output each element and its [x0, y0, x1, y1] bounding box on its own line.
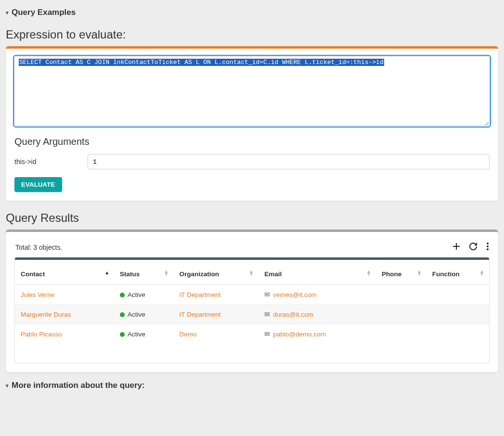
phone-cell — [376, 305, 426, 324]
status-cell: Active — [114, 305, 173, 324]
query-examples-title: Query Examples — [12, 8, 76, 17]
argument-row: this->id — [14, 154, 490, 169]
expression-title: Expression to evaluate: — [6, 28, 498, 41]
results-table-panel: Contact ▲ Status ▲▼ Organization ▲▼ Em — [14, 257, 490, 363]
more-info-title: More information about the query: — [12, 381, 145, 390]
organization-link[interactable]: IT Department — [179, 291, 220, 298]
svg-point-2 — [487, 248, 489, 250]
results-total: Total: 3 objects. — [15, 244, 62, 251]
caret-down-icon: ▾ — [6, 10, 9, 16]
col-contact-label: Contact — [21, 270, 45, 278]
argument-label: this->id — [14, 158, 82, 166]
more-icon[interactable] — [487, 243, 489, 252]
phone-cell — [376, 324, 426, 344]
organization-link[interactable]: Demo — [179, 331, 196, 338]
argument-input[interactable] — [88, 154, 490, 169]
svg-point-1 — [487, 245, 489, 247]
col-status-label: Status — [120, 270, 140, 278]
function-cell — [426, 324, 489, 344]
col-function-label: Function — [432, 270, 460, 278]
function-cell — [426, 305, 489, 324]
results-toolbar: Total: 3 objects. — [14, 240, 490, 257]
email-icon: ✉ — [264, 291, 270, 298]
email-link[interactable]: vernes@it.com — [273, 291, 316, 298]
sort-icon: ▲▼ — [164, 270, 169, 276]
table-row: Pablo PicassoActiveDemo✉pablo@demo.com — [15, 324, 489, 344]
email-link[interactable]: duras@it.com — [273, 311, 313, 318]
results-table-footer — [15, 344, 489, 363]
results-table: Contact ▲ Status ▲▼ Organization ▲▼ Em — [15, 260, 489, 344]
function-cell — [426, 285, 489, 305]
more-info-toggle[interactable]: ▾ More information about the query: — [6, 381, 498, 390]
status-cell: Active — [114, 324, 173, 344]
col-contact[interactable]: Contact ▲ — [15, 260, 114, 285]
sort-icon: ▲▼ — [479, 270, 484, 276]
status-dot-icon — [120, 293, 125, 297]
svg-point-0 — [487, 243, 489, 244]
col-phone[interactable]: Phone ▲▼ — [376, 260, 426, 285]
col-organization[interactable]: Organization ▲▼ — [173, 260, 258, 285]
query-arguments-title: Query Arguments — [14, 136, 490, 147]
evaluate-button[interactable]: EVALUATE — [14, 177, 62, 192]
add-icon[interactable] — [453, 243, 460, 252]
sort-icon: ▲▼ — [366, 270, 371, 276]
expression-panel: SELECT Contact AS C JOIN lnkContactToTic… — [6, 46, 498, 201]
status-cell: Active — [114, 285, 173, 305]
table-row: Marguerite DurasActiveIT Department✉dura… — [15, 305, 489, 324]
col-status[interactable]: Status ▲▼ — [114, 260, 173, 285]
table-row: Jules VerneActiveIT Department✉vernes@it… — [15, 285, 489, 305]
sort-icon: ▲ — [104, 271, 109, 274]
query-examples-toggle[interactable]: ▾ Query Examples — [6, 8, 498, 17]
refresh-icon[interactable] — [469, 243, 477, 252]
col-email-label: Email — [264, 270, 282, 278]
query-results-title: Query Results — [6, 211, 498, 225]
col-organization-label: Organization — [179, 270, 219, 278]
phone-cell — [376, 285, 426, 305]
query-textarea[interactable] — [14, 56, 490, 126]
contact-link[interactable]: Jules Verne — [21, 291, 55, 298]
status-dot-icon — [120, 312, 125, 317]
email-icon: ✉ — [264, 331, 270, 338]
caret-down-icon: ▾ — [6, 383, 9, 389]
col-phone-label: Phone — [382, 270, 401, 278]
results-panel: Total: 3 objects. Contact — [6, 230, 498, 372]
organization-link[interactable]: IT Department — [179, 311, 220, 318]
email-icon: ✉ — [264, 311, 270, 318]
sort-icon: ▲▼ — [417, 270, 422, 276]
contact-link[interactable]: Marguerite Duras — [21, 311, 71, 318]
email-link[interactable]: pablo@demo.com — [273, 331, 326, 338]
col-function[interactable]: Function ▲▼ — [426, 260, 489, 285]
col-email[interactable]: Email ▲▼ — [258, 260, 376, 285]
status-dot-icon — [120, 332, 125, 337]
sort-icon: ▲▼ — [249, 270, 254, 276]
contact-link[interactable]: Pablo Picasso — [21, 331, 62, 338]
